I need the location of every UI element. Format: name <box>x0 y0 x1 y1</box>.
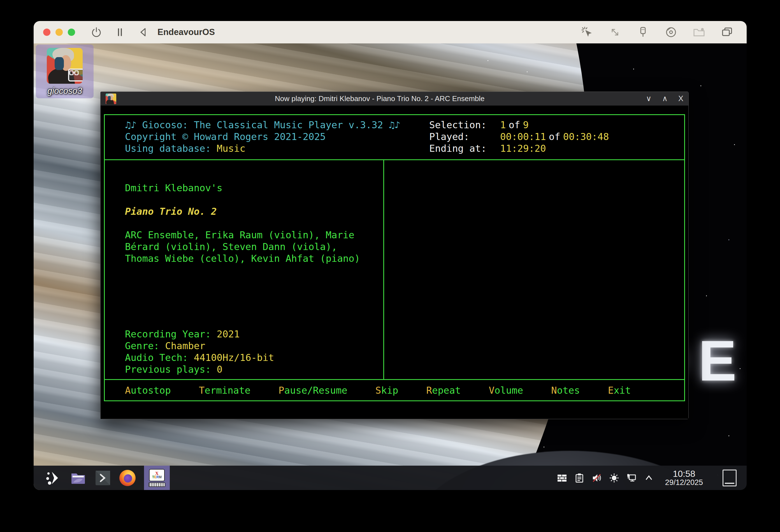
xterm-taskbar-button-active[interactable]: X TERM <box>144 466 170 490</box>
menu-label: kip <box>381 385 398 396</box>
traffic-light-minimize[interactable] <box>55 29 63 36</box>
meta-value: 2021 <box>217 328 240 340</box>
menu-label: ause/Resume <box>284 385 347 396</box>
menu-item-notes[interactable]: Notes <box>551 384 580 396</box>
minimize-button[interactable]: ∨ <box>646 95 651 103</box>
volume-muted-tray-icon[interactable] <box>592 473 602 483</box>
menu-label: erminate <box>204 385 250 396</box>
giocoso-terminal-window: Now playing: Dmitri Klebanov - Piano Tri… <box>100 92 689 419</box>
firewall-tray-icon[interactable] <box>557 473 567 483</box>
power-button[interactable] <box>90 26 103 38</box>
taskbar-clock[interactable]: 10:58 29/12/2025 <box>665 469 703 487</box>
right-panel-empty <box>384 160 684 379</box>
resize-window-button[interactable] <box>609 26 621 38</box>
pause-vm-button[interactable] <box>114 26 126 38</box>
meta-row-genre: Genre: Chamber <box>125 340 274 352</box>
played-total: 00:30:48 <box>563 131 609 143</box>
network-tray-icon[interactable] <box>627 473 637 483</box>
performers-text: ARC Ensemble, Erika Raum (violin), Marie… <box>125 229 369 264</box>
database-value: Music <box>217 143 245 154</box>
meta-value: 0 <box>217 364 223 375</box>
wallpaper-stars <box>487 60 488 61</box>
status-ending-row: Ending at: 11:29:20 <box>429 143 609 154</box>
launcher-icon <box>46 470 61 486</box>
terminal-window-title: Now playing: Dmitri Klebanov - Piano Tri… <box>116 94 643 103</box>
terminal-app-icon <box>106 94 116 104</box>
tray-expand-chevron-icon[interactable] <box>644 473 654 483</box>
close-button[interactable]: X <box>678 95 683 103</box>
display-windows-button[interactable] <box>721 26 733 38</box>
cd-drive-button[interactable] <box>665 26 677 38</box>
status-played-row: Played: 00:00:11 of 00:30:48 <box>429 131 609 143</box>
vm-host-window: EDE giocoso3 <box>34 21 747 490</box>
selection-current: 1 <box>500 119 506 131</box>
status-selection-row: Selection: 1 of 9 <box>429 119 609 131</box>
symlink-badge-icon <box>68 69 83 82</box>
desktop-shortcut-giocoso3[interactable]: giocoso3 <box>36 45 94 98</box>
giocoso-header: ♫♪ Giocoso: The Classical Music Player v… <box>105 115 684 160</box>
menu-label: epeat <box>432 385 460 396</box>
hotkey: P <box>279 385 284 396</box>
terminal-titlebar[interactable]: Now playing: Dmitri Klebanov - Piano Tri… <box>101 92 688 106</box>
screenshot-root: EDE giocoso3 <box>0 0 780 532</box>
menu-item-exit[interactable]: Exit <box>608 384 631 396</box>
now-playing-panel: Dmitri Klebanov's Piano Trio No. 2 ARC E… <box>105 160 384 379</box>
menu-item-volume[interactable]: Volume <box>489 384 523 396</box>
clipboard-tray-icon[interactable] <box>574 473 584 483</box>
menu-item-repeat[interactable]: Repeat <box>427 384 461 396</box>
menu-item-pause-resume[interactable]: Pause/Resume <box>279 384 347 396</box>
host-titlebar[interactable]: EndeavourOS <box>34 21 747 43</box>
meta-row-previous-plays: Previous plays: 0 <box>125 363 274 375</box>
traffic-light-zoom[interactable] <box>68 29 75 36</box>
capture-cursor-button[interactable] <box>581 26 593 38</box>
firefox-icon <box>119 470 136 486</box>
ending-value: 11:29:20 <box>500 143 546 154</box>
brightness-tray-icon[interactable] <box>609 473 619 483</box>
file-manager-button[interactable] <box>70 470 86 486</box>
shared-folder-button <box>693 26 705 38</box>
app-launcher-button[interactable] <box>45 470 62 486</box>
hotkey: N <box>551 385 557 396</box>
menu-item-autostop[interactable]: Autostop <box>125 384 171 396</box>
work-title: Piano Trio No. 2 <box>125 206 217 217</box>
menu-label: utostop <box>131 385 170 396</box>
giocoso-app-icon <box>47 48 83 84</box>
xterm-icon: X TERM <box>149 469 165 481</box>
composer-line: Dmitri Klebanov's <box>125 182 223 194</box>
vm-desktop: EDE giocoso3 <box>34 43 747 490</box>
menu-item-terminate[interactable]: Terminate <box>199 384 250 396</box>
database-label: Using database: <box>125 143 211 154</box>
played-elapsed: 00:00:11 <box>500 131 546 143</box>
hotkey: T <box>199 385 204 396</box>
taskbar: X TERM <box>34 466 747 490</box>
traffic-light-close[interactable] <box>43 29 50 36</box>
meta-value: Chamber <box>165 340 205 352</box>
terminal-launcher-button[interactable] <box>95 470 111 486</box>
system-tray: 10:58 29/12/2025 <box>557 469 747 487</box>
menu-item-skip[interactable]: Skip <box>376 384 398 396</box>
menu-label: olume <box>494 385 523 396</box>
desktop-shortcut-label: giocoso3 <box>47 86 82 96</box>
played-of: of <box>546 131 563 143</box>
clock-date: 29/12/2025 <box>665 479 703 486</box>
clock-time: 10:58 <box>665 469 703 479</box>
meta-label: Audio Tech: <box>125 352 188 363</box>
hotkey: V <box>489 385 494 396</box>
giocoso-frame: ♫♪ Giocoso: The Classical Music Player v… <box>104 114 685 401</box>
usb-devices-button[interactable] <box>637 26 649 38</box>
ending-label: Ending at: <box>429 143 500 154</box>
giocoso-main: Dmitri Klebanov's Piano Trio No. 2 ARC E… <box>105 160 684 379</box>
maximize-button[interactable]: ∧ <box>662 95 668 103</box>
menu-label: otes <box>557 385 580 396</box>
giocoso-menu-bar: Autostop Terminate Pause/Resume Skip Rep… <box>105 379 684 401</box>
hotkey: S <box>376 385 381 396</box>
playback-status: Selection: 1 of 9 Played: 00:00:11 of 00 <box>429 119 609 154</box>
selection-total: 9 <box>523 119 528 131</box>
back-button[interactable] <box>137 26 150 38</box>
terminal-icon <box>95 470 111 486</box>
recording-meta: Recording Year: 2021 Genre: Chamber Audi… <box>125 328 274 375</box>
meta-row-audio-tech: Audio Tech: 44100Hz/16-bit <box>125 352 274 363</box>
hotkey: A <box>125 385 131 396</box>
show-desktop-button[interactable] <box>723 470 737 486</box>
firefox-button[interactable] <box>119 470 136 486</box>
